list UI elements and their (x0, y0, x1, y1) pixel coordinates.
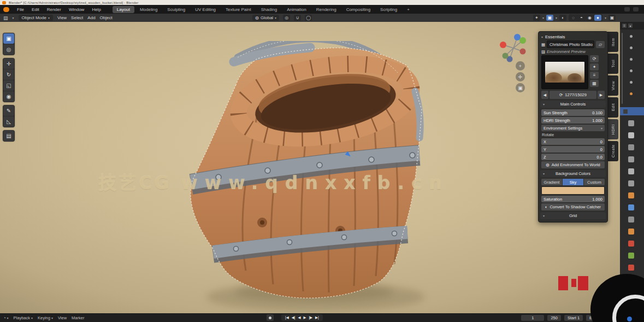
rotate-z-field[interactable]: Z0.0 (541, 154, 605, 160)
section-background-colors[interactable]: ▾ Background Colors (540, 170, 606, 177)
add-workspace-button[interactable]: + (403, 6, 414, 13)
add-environment-button[interactable]: ◍ Add Environment To World (541, 161, 605, 168)
view-layer-icon[interactable] (633, 7, 639, 11)
menu-object[interactable]: Object (100, 15, 113, 20)
scrollbar[interactable] (622, 33, 623, 104)
environment-settings-dropdown[interactable]: Environment Settings ▾ (541, 125, 605, 131)
cursor-tool[interactable]: ◎ (3, 44, 14, 55)
saturation-slider[interactable]: Saturation1.000 (541, 196, 605, 202)
tab-sculpting[interactable]: Sculpting (163, 6, 190, 13)
section-main-controls[interactable]: ▾ Main Controls (540, 101, 606, 108)
background-color-swatch[interactable] (541, 186, 605, 195)
menu-timeline-view[interactable]: View (58, 315, 67, 320)
zoom-button[interactable]: + (516, 61, 525, 71)
current-frame-field[interactable]: 1 (521, 315, 544, 321)
sidebar-tab-create[interactable]: Create (607, 141, 618, 161)
tab-modeling[interactable]: Modeling (135, 6, 162, 13)
menu-edit[interactable]: Edit (28, 6, 43, 13)
play-reverse-button[interactable]: ◀ (298, 315, 300, 320)
camera-view-button[interactable]: ▣ (516, 83, 525, 92)
frame-start-field[interactable]: Start 1 (564, 315, 583, 321)
preview-options-button[interactable]: ≡ (590, 72, 599, 79)
shading-rendered-button[interactable]: ● (594, 15, 601, 21)
snap-magnet-button[interactable]: ∪ (294, 15, 301, 21)
tab-scripting[interactable]: Scripting (376, 6, 401, 13)
menu-help[interactable]: Help (88, 6, 104, 13)
sidebar-tab-tool[interactable]: Tool (607, 54, 618, 74)
properties-tab-material[interactable] (628, 265, 634, 271)
shading-popover-caret-icon[interactable]: ▾ (605, 16, 606, 20)
outliner-caret-icon[interactable]: ▾ (628, 24, 633, 28)
menu-keying[interactable]: Keying▾ (38, 315, 53, 320)
preview-favorite-button[interactable]: ✦ (590, 63, 599, 71)
scene-icon[interactable] (624, 7, 630, 11)
shadow-catcher-toggle[interactable]: ◐ Convert To Shadow Catcher (541, 203, 605, 210)
transform-orientation-dropdown[interactable]: ◍ Global ▾ (252, 15, 279, 21)
menu-playback[interactable]: Playback▾ (14, 315, 33, 320)
auto-keying-button[interactable] (267, 314, 274, 321)
shading-solid-button[interactable]: ◓ (578, 15, 585, 21)
section-grid[interactable]: ▾ Grid (540, 212, 606, 219)
tab-animation[interactable]: Animation (282, 6, 311, 13)
outliner-filter-icon[interactable]: ≡ (622, 24, 627, 28)
scale-tool[interactable]: ◱ (3, 80, 14, 91)
open-folder-button[interactable]: ▱ (596, 41, 605, 48)
show-gizmo-button[interactable]: ✦ (533, 15, 540, 21)
properties-tab-constraints[interactable] (628, 241, 634, 247)
shading-wireframe-button[interactable]: ◌ (570, 15, 577, 21)
properties-tab-view-layer[interactable] (628, 156, 634, 162)
prev-keyframe-button[interactable]: ◀| (292, 315, 296, 320)
tab-texture-paint[interactable]: Texture Paint (221, 6, 256, 13)
move-tool[interactable]: ✛ (3, 58, 14, 69)
tab-shading[interactable]: Shading (257, 6, 281, 13)
world-name-field[interactable]: Christmas Photo Studio (547, 40, 594, 48)
properties-tab-output[interactable] (628, 144, 634, 150)
editor-type-icon[interactable]: ▤ (3, 15, 8, 21)
3d-viewport[interactable]: 技艺CGwww.qdnxxfb.cn ▣ ◎ ✛ ↻ ◱ ◉ ✎ ◺ ▤ (0, 22, 620, 313)
tab-uv-editing[interactable]: UV Editing (191, 6, 220, 13)
rotate-tool[interactable]: ↻ (3, 69, 14, 80)
sun-strength-slider[interactable]: Sun Strength0.100 (541, 109, 605, 116)
menu-window[interactable]: Window (65, 6, 88, 13)
properties-tab-object[interactable] (628, 192, 634, 198)
menu-add[interactable]: Add (87, 15, 95, 20)
sidebar-tab-hdri[interactable]: HDRI (607, 119, 618, 139)
add-cube-tool[interactable]: ▤ (3, 131, 14, 141)
hdri-strength-slider[interactable]: HDRI Strength1.000 (541, 117, 605, 124)
pivot-point-button[interactable]: ◎ (283, 15, 290, 21)
proportional-edit-button[interactable]: ◯ (305, 15, 312, 21)
mode-selector[interactable]: Object Mode ▾ (19, 15, 53, 21)
properties-tab-object-data[interactable] (628, 253, 634, 259)
select-box-tool[interactable]: ▣ (3, 33, 14, 44)
properties-tab-particles[interactable] (628, 216, 634, 223)
xray-toggle[interactable]: ◐ (559, 15, 566, 21)
viewport-extra-button[interactable]: ▣ (608, 15, 616, 21)
jump-end-button[interactable]: ▶| (315, 315, 319, 320)
background-custom-option[interactable]: Custom (584, 179, 605, 185)
play-button[interactable]: ▶ (303, 315, 306, 320)
next-keyframe-button[interactable]: |▶ (309, 315, 312, 320)
timeline-editor-selector[interactable]: ◔ ▾ (3, 315, 9, 320)
environment-index[interactable]: ⟳ 1277/15029 (550, 91, 596, 99)
tab-compositing[interactable]: Compositing (342, 6, 375, 13)
tab-layout[interactable]: Layout (113, 6, 134, 13)
rotate-x-field[interactable]: X0 (541, 138, 605, 145)
properties-active-tab[interactable] (620, 107, 644, 115)
properties-tab-scene[interactable] (628, 168, 634, 174)
menu-marker[interactable]: Marker (72, 315, 84, 320)
sidebar-tab-view[interactable]: View (607, 75, 618, 96)
menu-file[interactable]: File (13, 6, 28, 13)
sidebar-tab-item[interactable]: Item (607, 32, 618, 52)
background-gradient-option[interactable]: Gradient (541, 179, 562, 185)
preview-grid-button[interactable]: ▦ (590, 80, 599, 87)
jump-start-button[interactable]: |◀ (285, 315, 289, 320)
properties-tab-modifiers[interactable] (628, 204, 634, 210)
properties-tab-physics[interactable] (628, 229, 634, 235)
environment-preview[interactable] (541, 55, 588, 89)
measure-tool[interactable]: ◺ (3, 116, 14, 127)
annotate-tool[interactable]: ✎ (3, 106, 14, 116)
prev-environment-button[interactable]: ◀ (541, 91, 548, 99)
navigation-gizmo[interactable] (494, 32, 530, 65)
preview-refresh-button[interactable]: ⟳ (590, 55, 599, 62)
frame-range-display[interactable]: 250 (547, 315, 561, 321)
